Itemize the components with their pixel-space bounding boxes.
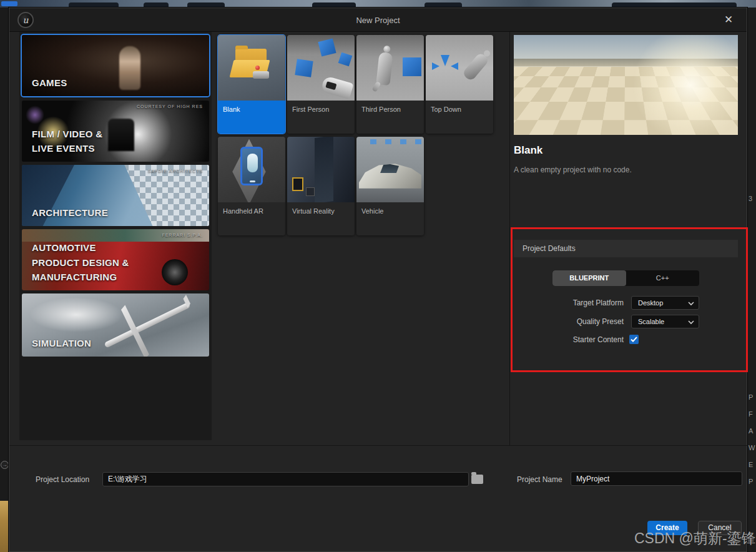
background-app-right-sliver: 3 P F A W E P: [747, 7, 756, 552]
template-label: Handheld AR: [218, 202, 285, 235]
template-card-first-person[interactable]: First Person: [287, 35, 355, 134]
browse-folder-icon[interactable]: [471, 475, 483, 484]
category-card-automotive[interactable]: FERRARI S.P.A. AUTOMOTIVE PRODUCT DESIGN…: [22, 229, 209, 290]
edge-text-fragment: F: [749, 410, 753, 418]
background-gold-shape: [0, 501, 9, 552]
category-card-film-video[interactable]: COURTESY OF HIGH RES FILM / VIDEO & LIVE…: [22, 101, 209, 162]
background-shape: [69, 2, 119, 7]
project-name-input[interactable]: [571, 471, 742, 486]
edge-text-fragment: P: [749, 393, 753, 401]
category-label: ARCHITECTURE: [32, 205, 108, 220]
background-shape: [144, 2, 169, 7]
vertical-divider: [509, 32, 510, 445]
edge-text-fragment: E: [749, 461, 753, 468]
virtual-reality-thumbnail: [287, 137, 355, 202]
handheld-ar-thumbnail: [218, 137, 285, 202]
edge-text-fragment: W: [749, 444, 755, 451]
category-panel: GAMES COURTESY OF HIGH RES FILM / VIDEO …: [19, 32, 212, 440]
category-card-architecture[interactable]: SAFDIE ARCHITECTS ARCHITECTURE: [22, 165, 209, 226]
category-card-simulation[interactable]: SIMULATION: [22, 293, 209, 357]
edge-text-fragment: P: [749, 478, 753, 485]
template-label: Virtual Reality: [287, 202, 355, 235]
top-down-thumbnail: [426, 35, 493, 101]
category-card-games[interactable]: GAMES: [22, 35, 209, 96]
template-card-top-down[interactable]: Top Down: [426, 35, 493, 134]
category-credit: COURTESY OF HIGH RES: [137, 104, 203, 109]
template-card-blank[interactable]: Blank: [218, 35, 285, 134]
template-label: Third Person: [356, 101, 424, 134]
background-app-left-sliver: →: [0, 7, 9, 552]
template-card-third-person[interactable]: Third Person: [356, 35, 424, 134]
first-person-thumbnail: [287, 35, 355, 101]
dialog-title: New Project: [9, 16, 747, 25]
dialog-titlebar: u New Project ✕: [9, 8, 747, 32]
template-detail-title: Blank: [514, 144, 542, 157]
project-location-label: Project Location: [36, 475, 89, 484]
circular-arrow-icon: →: [1, 461, 9, 469]
template-card-handheld-ar[interactable]: Handheld AR: [218, 137, 285, 235]
category-label: AUTOMOTIVE PRODUCT DESIGN & MANUFACTURIN…: [32, 240, 129, 284]
category-label: FILM / VIDEO & LIVE EVENTS: [32, 127, 102, 156]
project-name-label: Project Name: [517, 475, 562, 484]
template-label: Top Down: [426, 101, 493, 134]
category-credit: SAFDIE ARCHITECTS: [147, 169, 203, 173]
annotation-highlight-box: [511, 227, 748, 372]
third-person-thumbnail: [356, 35, 424, 101]
background-shape: [612, 2, 737, 7]
template-label: Blank: [218, 101, 285, 134]
category-credit: FERRARI S.P.A.: [162, 233, 203, 237]
close-icon[interactable]: ✕: [722, 13, 735, 27]
background-shape: [312, 2, 356, 7]
template-label: First Person: [287, 101, 355, 134]
template-detail-description: A clean empty project with no code.: [514, 165, 632, 174]
template-card-vehicle[interactable]: Vehicle: [356, 137, 424, 235]
background-app-top-sliver: [0, 0, 756, 7]
horizontal-divider: [9, 445, 748, 446]
new-project-dialog: u New Project ✕ GAMES COURTESY OF HIGH R…: [9, 7, 747, 552]
project-location-input[interactable]: [102, 472, 469, 486]
category-label: GAMES: [32, 76, 67, 90]
category-label: SIMULATION: [32, 336, 91, 350]
background-chip: [1, 1, 17, 6]
template-preview-image: [514, 35, 738, 135]
csdn-watermark: CSDN @萌新-鎏锋: [634, 529, 756, 548]
template-card-virtual-reality[interactable]: Virtual Reality: [287, 137, 355, 235]
edge-text-fragment: A: [749, 427, 753, 435]
background-shape: [425, 2, 462, 7]
blank-template-thumbnail: [218, 35, 285, 101]
vehicle-thumbnail: [356, 137, 424, 202]
template-label: Vehicle: [356, 202, 424, 235]
background-shape: [187, 2, 225, 7]
edge-text-fragment: 3: [749, 195, 752, 202]
